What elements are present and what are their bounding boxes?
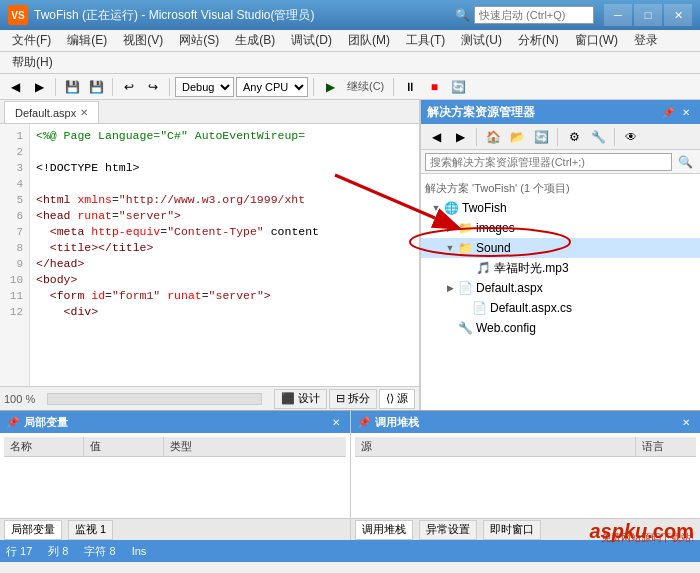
solution-search: 🔍 [421,150,700,174]
vs-logo: VS [8,5,28,25]
toolbar-saveall[interactable]: 💾 [85,76,107,98]
sol-toolbar-btn5[interactable]: 🔄 [530,126,552,148]
webconfig-icon: 🔧 [457,320,473,336]
locals-close[interactable]: ✕ [328,414,344,430]
toolbar-redo[interactable]: ↪ [142,76,164,98]
tree-item-webconfig[interactable]: 🔧 Web.config [421,318,700,338]
toolbar-pause[interactable]: ⏸ [399,76,421,98]
panel-close[interactable]: ✕ [678,104,694,120]
cpu-select[interactable]: Any CPU [236,77,308,97]
menu-file[interactable]: 文件(F) [4,30,59,52]
toolbar-back[interactable]: ◀ [4,76,26,98]
toolbar-save[interactable]: 💾 [61,76,83,98]
solution-label-text: 解决方案 'TwoFish' (1 个项目) [425,181,570,196]
sol-toolbar-btn3[interactable]: 🏠 [482,126,504,148]
menu-bar: 文件(F) 编辑(E) 视图(V) 网站(S) 生成(B) 调试(D) 团队(M… [0,30,700,52]
solution-explorer-panel: 解决方案资源管理器 📌 ✕ ◀ ▶ 🏠 📂 🔄 ⚙ 🔧 👁 [420,100,700,410]
window-controls: ─ □ ✕ [604,4,692,26]
horizontal-scrollbar[interactable] [47,393,262,405]
close-button[interactable]: ✕ [664,4,692,26]
split-tab[interactable]: ⊟ 拆分 [329,389,377,409]
col-value: 值 [84,437,164,456]
main-area: Default.aspx ✕ 1234 5678 9101112 <%@ Pag… [0,100,700,410]
sol-toolbar-btn4[interactable]: 📂 [506,126,528,148]
toolbar-forward[interactable]: ▶ [28,76,50,98]
watch1-tab[interactable]: 监视 1 [68,520,113,540]
locals-tab[interactable]: 局部变量 [4,520,62,540]
solution-search-btn[interactable]: 🔍 [674,151,696,173]
locals-header: 📌 局部变量 ✕ [0,411,350,433]
design-tab[interactable]: ⬛ 设计 [274,389,327,409]
col-source: 源 [355,437,637,456]
sol-sep2 [557,128,558,146]
menu-tools[interactable]: 工具(T) [398,30,453,52]
panel-pin[interactable]: 📌 [660,104,676,120]
locals-panel: 📌 局部变量 ✕ 名称 值 类型 局部变量 监视 1 [0,411,351,540]
aspx-label: Default.aspx [476,281,543,295]
sol-toolbar-btn6[interactable]: ⚙ [563,126,585,148]
editor-panel: Default.aspx ✕ 1234 5678 9101112 <%@ Pag… [0,100,420,410]
immediate-tab[interactable]: 即时窗口 [483,520,541,540]
menu-view[interactable]: 视图(V) [115,30,171,52]
menu-build[interactable]: 生成(B) [227,30,283,52]
solution-search-input[interactable] [425,153,672,171]
menu-analyze[interactable]: 分析(N) [510,30,567,52]
tree-item-default-aspx[interactable]: ▶ 📄 Default.aspx [421,278,700,298]
tree-item-aspx-cs[interactable]: 📄 Default.aspx.cs [421,298,700,318]
toolbar-stop[interactable]: ■ [423,76,445,98]
continue-button[interactable]: ▶ [319,76,341,98]
col-type: 类型 [164,437,346,456]
quick-launch-input[interactable] [474,6,594,24]
editor-view-tabs: ⬛ 设计 ⊟ 拆分 ⟨⟩ 源 [274,389,415,409]
tree-item-sound[interactable]: ▼ 📁 Sound [421,238,700,258]
code-content[interactable]: <%@ Page Language="C#" AutoEventWireup= … [30,124,419,386]
callstack-header-pins: 📌 [357,416,371,429]
tree-item-images[interactable]: ▶ 📁 images [421,218,700,238]
sol-toolbar-btn7[interactable]: 🔧 [587,126,609,148]
toolbar-sep4 [313,78,314,96]
webconfig-label: Web.config [476,321,536,335]
menu-help[interactable]: 帮助(H) [4,52,61,74]
tab-label: Default.aspx [15,107,76,119]
tree-item-twofish[interactable]: ▼ 🌐 TwoFish [421,198,700,218]
continue-label: 继续(C) [343,79,388,94]
sol-toolbar-btn2[interactable]: ▶ [449,126,471,148]
exception-tab[interactable]: 异常设置 [419,520,477,540]
toolbar-restart[interactable]: 🔄 [447,76,469,98]
tab-close-icon[interactable]: ✕ [80,107,88,118]
mp3-file-icon: 🎵 [475,260,491,276]
menu-test[interactable]: 测试(U) [453,30,510,52]
mp3-label: 幸福时光.mp3 [494,260,569,277]
watermark-tagline: 免费网站源码下载站! [601,531,694,545]
editor-content[interactable]: 1234 5678 9101112 <%@ Page Language="C#"… [0,124,419,386]
twofish-label: TwoFish [462,201,507,215]
maximize-button[interactable]: □ [634,4,662,26]
solution-title: 解决方案资源管理器 [427,104,660,121]
source-tab[interactable]: ⟨⟩ 源 [379,389,415,409]
menu-website[interactable]: 网站(S) [171,30,227,52]
locals-tab-bar: 局部变量 监视 1 [0,518,350,540]
menu-login[interactable]: 登录 [626,30,666,52]
menu-debug[interactable]: 调试(D) [283,30,340,52]
callstack-title: 调用堆栈 [375,415,419,430]
panel-controls: 📌 ✕ [660,104,694,120]
toolbar-sep5 [393,78,394,96]
sol-toolbar-btn1[interactable]: ◀ [425,126,447,148]
expand-aspx: ▶ [443,281,457,295]
debug-config-select[interactable]: Debug [175,77,234,97]
tree-item-mp3[interactable]: 🎵 幸福时光.mp3 [421,258,700,278]
callstack-content: 源 语言 [351,433,701,518]
images-label: images [476,221,515,235]
callstack-tab[interactable]: 调用堆栈 [355,520,413,540]
menu-window[interactable]: 窗口(W) [567,30,626,52]
menu-edit[interactable]: 编辑(E) [59,30,115,52]
minimize-button[interactable]: ─ [604,4,632,26]
sol-sep1 [476,128,477,146]
solution-label[interactable]: 解决方案 'TwoFish' (1 个项目) [421,178,700,198]
sol-toolbar-preview[interactable]: 👁 [620,126,642,148]
menu-team[interactable]: 团队(M) [340,30,398,52]
callstack-close[interactable]: ✕ [678,414,694,430]
toolbar-undo[interactable]: ↩ [118,76,140,98]
toolbar-sep1 [55,78,56,96]
editor-tab-default-aspx[interactable]: Default.aspx ✕ [4,101,99,123]
